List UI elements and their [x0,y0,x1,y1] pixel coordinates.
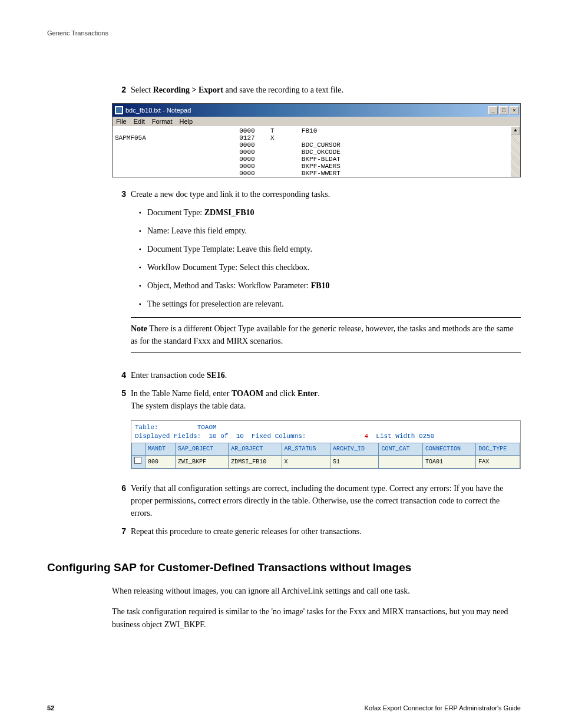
paragraph: When releasing without images, you can i… [112,585,521,598]
list-item: Name: Leave this field empty. [139,225,521,237]
row-select-checkbox[interactable] [132,455,146,468]
text: Document Type: [147,208,204,217]
text: In the Table Name field, enter [131,389,232,398]
step-text: Verify that all configuration settings a… [131,482,521,519]
value: Enter [297,389,318,398]
menu-path: Recording > Export [153,85,223,94]
notepad-body: 0000 T FB10 SAPMF05A 0127 X 0000 BDC_CUR… [113,126,520,177]
table-name-value: TOAOM [197,424,217,431]
text: . [225,371,227,380]
text: The settings for preselection are releva… [147,299,284,308]
col-sap-object[interactable]: SAP_OBJECT [176,443,229,455]
step-number: 4 [112,369,126,381]
step-number: 2 [112,84,126,96]
step-3-bullets: Document Type: ZDMSI_FB10 Name: Leave th… [131,206,521,310]
cell-ar-status: X [282,455,330,468]
step-5: 5 In the Table Name field, enter TOAOM a… [112,387,521,480]
cell-connection: TOA01 [423,455,476,468]
section-heading: Configuring SAP for Customer-Defined Tra… [47,561,521,574]
col-ar-status[interactable]: AR_STATUS [282,443,330,455]
maximize-button[interactable]: □ [499,106,508,114]
text: Select [131,85,153,94]
step-text: Repeat this procedure to create generic … [131,525,521,538]
window-controls: _ □ × [488,106,519,114]
step-text-2: The system displays the table data. [131,400,521,412]
step-text: Enter transaction code SE16. [131,369,521,381]
page-header-label: Generic Transactions [47,29,521,37]
step-number: 5 [112,387,126,480]
sap-table-window: Table: TOAOM Displayed Fields: 10 of 10 … [131,420,521,469]
step-6: 6 Verify that all configuration settings… [112,482,521,519]
col-ar-object[interactable]: AR_OBJECT [229,443,282,455]
col-connection[interactable]: CONNECTION [423,443,476,455]
table-row[interactable]: 800 ZWI_BKPF ZDMSI_FB10 X S1 TOA01 FAX [132,455,520,468]
page-number: 52 [47,704,54,711]
notepad-title: bdc_fb10.txt - Notepad [125,107,488,114]
sap-data-grid: MANDT SAP_OBJECT AR_OBJECT AR_STATUS ARC… [131,443,520,469]
step-number: 6 [112,482,126,519]
scrollbar-vertical[interactable]: ▲ [511,126,520,177]
step-2: 2 Select Recording > Export and save the… [112,84,521,96]
text: Name: Leave this field empty. [147,226,247,235]
paragraph: The task configuration required is simil… [112,605,521,631]
value: ZDMSI_FB10 [204,208,254,217]
notepad-text[interactable]: 0000 T FB10 SAPMF05A 0127 X 0000 BDC_CUR… [115,127,508,177]
text: Workflow Document Type: Select this chec… [147,263,309,272]
label: Displayed Fields: 10 of 10 Fixed Columns… [135,433,306,440]
list-item: Object, Method and Tasks: Workflow Param… [139,279,521,292]
note-box: Note There is a different Object Type av… [131,317,521,353]
cell-sap-object: ZWI_BKPF [176,455,229,468]
menu-format[interactable]: Format [152,118,173,125]
col-doc-type[interactable]: DOC_TYPE [476,443,520,455]
minimize-button[interactable]: _ [488,106,498,114]
step-7: 7 Repeat this procedure to create generi… [112,525,521,538]
step-text: Create a new doc type and link it to the… [131,188,521,200]
step-3: 3 Create a new doc type and link it to t… [112,188,521,363]
notepad-window: bdc_fb10.txt - Notepad _ □ × File Edit F… [112,103,521,177]
text: and click [263,389,297,398]
value: TOAOM [232,389,263,398]
table-header-row: MANDT SAP_OBJECT AR_OBJECT AR_STATUS ARC… [132,443,520,455]
list-item: The settings for preselection are releva… [139,298,521,310]
footer-guide-title: Kofax Export Connector for ERP Administr… [365,704,521,711]
note-text: There is a different Object Type availab… [131,324,514,345]
select-column [132,443,146,455]
step-number: 7 [112,525,126,538]
text: Document Type Template: Leave this field… [147,245,312,253]
list-width-value: List Width 0250 [368,433,434,440]
menu-file[interactable]: File [116,118,127,125]
list-item: Document Type Template: Leave this field… [139,243,521,255]
col-archiv-id[interactable]: ARCHIV_ID [330,443,379,455]
cell-doc-type: FAX [476,455,520,468]
notepad-icon [115,106,123,114]
notepad-menubar: File Edit Format Help [113,117,520,126]
scroll-up-icon[interactable]: ▲ [511,126,520,134]
text: . [318,389,320,398]
step-4: 4 Enter transaction code SE16. [112,369,521,381]
cell-ar-object: ZDMSI_FB10 [229,455,282,468]
notepad-titlebar: bdc_fb10.txt - Notepad _ □ × [113,104,520,117]
value: FB10 [311,281,330,290]
text: Enter transaction code [131,371,207,380]
menu-help[interactable]: Help [180,118,193,125]
step-number: 3 [112,188,126,363]
cell-cont-cat [379,455,423,468]
text: and save the recording to a text file. [223,85,343,94]
step-text: Select Recording > Export and save the r… [131,84,521,96]
label: Table: [135,424,197,431]
cell-mandt: 800 [146,455,176,468]
list-item: Document Type: ZDMSI_FB10 [139,206,521,219]
menu-edit[interactable]: Edit [134,118,145,125]
col-mandt[interactable]: MANDT [146,443,176,455]
page-footer: 52 Kofax Export Connector for ERP Admini… [47,704,521,711]
checkbox-icon[interactable] [134,457,141,464]
text: Object, Method and Tasks: Workflow Param… [147,281,311,290]
close-button[interactable]: × [510,106,519,114]
note-label: Note [131,324,147,333]
list-item: Workflow Document Type: Select this chec… [139,261,521,274]
col-cont-cat[interactable]: CONT_CAT [379,443,423,455]
step-text: In the Table Name field, enter TOAOM and… [131,387,521,400]
sap-table-meta: Table: TOAOM Displayed Fields: 10 of 10 … [131,421,520,443]
value: SE16 [207,371,225,380]
cell-archiv-id: S1 [330,455,379,468]
